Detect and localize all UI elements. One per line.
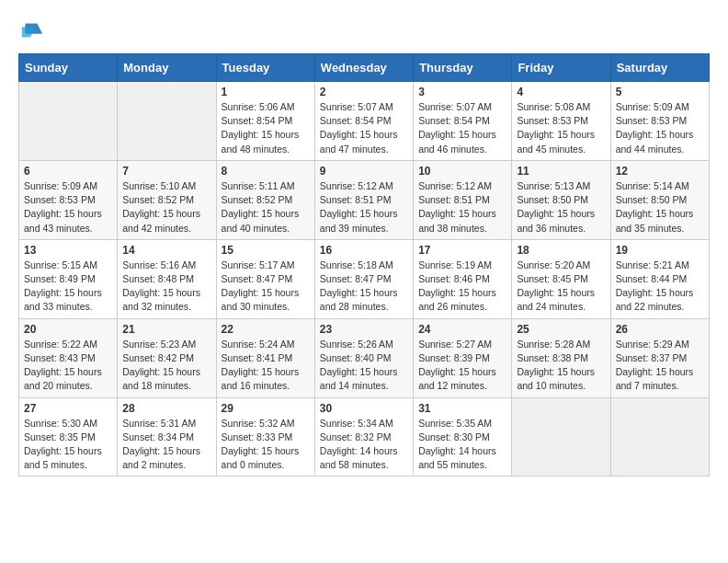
calendar-week-row: 20Sunrise: 5:22 AMSunset: 8:43 PMDayligh…: [19, 318, 710, 397]
day-number: 18: [517, 244, 605, 257]
day-number: 29: [222, 402, 310, 415]
day-number: 27: [24, 402, 112, 415]
cell-info: Sunrise: 5:18 AMSunset: 8:47 PMDaylight:…: [320, 259, 408, 315]
day-number: 28: [122, 402, 210, 415]
calendar-cell: 17Sunrise: 5:19 AMSunset: 8:46 PMDayligh…: [414, 239, 512, 318]
calendar-cell: 13Sunrise: 5:15 AMSunset: 8:49 PMDayligh…: [19, 239, 118, 318]
day-number: 16: [320, 244, 408, 257]
calendar-week-row: 1Sunrise: 5:06 AMSunset: 8:54 PMDaylight…: [19, 82, 710, 161]
header: [18, 18, 710, 44]
day-number: 9: [320, 165, 408, 178]
calendar-cell: 27Sunrise: 5:30 AMSunset: 8:35 PMDayligh…: [19, 397, 118, 477]
calendar-header-tuesday: Tuesday: [216, 54, 314, 82]
cell-info: Sunrise: 5:09 AMSunset: 8:53 PMDaylight:…: [616, 100, 704, 156]
calendar-cell: 25Sunrise: 5:28 AMSunset: 8:38 PMDayligh…: [512, 318, 610, 397]
cell-info: Sunrise: 5:07 AMSunset: 8:54 PMDaylight:…: [320, 100, 408, 156]
calendar-cell: 9Sunrise: 5:12 AMSunset: 8:51 PMDaylight…: [314, 160, 413, 239]
cell-info: Sunrise: 5:17 AMSunset: 8:47 PMDaylight:…: [222, 259, 310, 315]
cell-info: Sunrise: 5:30 AMSunset: 8:35 PMDaylight:…: [24, 417, 112, 473]
day-number: 10: [418, 165, 506, 178]
calendar-cell: 28Sunrise: 5:31 AMSunset: 8:34 PMDayligh…: [118, 397, 216, 477]
calendar-cell: 20Sunrise: 5:22 AMSunset: 8:43 PMDayligh…: [19, 318, 118, 397]
calendar-header-friday: Friday: [512, 54, 610, 82]
calendar-cell: 8Sunrise: 5:11 AMSunset: 8:52 PMDaylight…: [216, 160, 314, 239]
day-number: 4: [517, 86, 605, 98]
day-number: 12: [616, 165, 704, 178]
calendar-header-monday: Monday: [118, 54, 216, 82]
calendar-cell: 19Sunrise: 5:21 AMSunset: 8:44 PMDayligh…: [610, 239, 709, 318]
day-number: 1: [222, 86, 310, 98]
calendar-cell: [512, 397, 610, 477]
logo: [18, 18, 48, 44]
calendar-cell: 30Sunrise: 5:34 AMSunset: 8:32 PMDayligh…: [314, 397, 413, 477]
cell-info: Sunrise: 5:23 AMSunset: 8:42 PMDaylight:…: [122, 338, 210, 394]
calendar-cell: 16Sunrise: 5:18 AMSunset: 8:47 PMDayligh…: [314, 239, 413, 318]
calendar-week-row: 6Sunrise: 5:09 AMSunset: 8:53 PMDaylight…: [19, 160, 710, 239]
calendar-table: SundayMondayTuesdayWednesdayThursdayFrid…: [18, 53, 710, 477]
calendar-cell: 2Sunrise: 5:07 AMSunset: 8:54 PMDaylight…: [314, 82, 413, 161]
day-number: 8: [222, 165, 310, 178]
calendar-week-row: 13Sunrise: 5:15 AMSunset: 8:49 PMDayligh…: [19, 239, 710, 318]
calendar-cell: 31Sunrise: 5:35 AMSunset: 8:30 PMDayligh…: [414, 397, 512, 477]
day-number: 11: [517, 165, 605, 178]
cell-info: Sunrise: 5:20 AMSunset: 8:45 PMDaylight:…: [517, 259, 605, 315]
calendar-header-thursday: Thursday: [414, 54, 512, 82]
cell-info: Sunrise: 5:08 AMSunset: 8:53 PMDaylight:…: [517, 100, 605, 156]
calendar-cell: 7Sunrise: 5:10 AMSunset: 8:52 PMDaylight…: [118, 160, 216, 239]
calendar-cell: 4Sunrise: 5:08 AMSunset: 8:53 PMDaylight…: [512, 82, 610, 161]
cell-info: Sunrise: 5:22 AMSunset: 8:43 PMDaylight:…: [24, 338, 112, 394]
day-number: 2: [320, 86, 408, 98]
cell-info: Sunrise: 5:16 AMSunset: 8:48 PMDaylight:…: [122, 259, 210, 315]
cell-info: Sunrise: 5:21 AMSunset: 8:44 PMDaylight:…: [616, 259, 704, 315]
calendar-cell: 26Sunrise: 5:29 AMSunset: 8:37 PMDayligh…: [610, 318, 709, 397]
day-number: 19: [616, 244, 704, 257]
calendar-header-saturday: Saturday: [610, 54, 709, 82]
cell-info: Sunrise: 5:15 AMSunset: 8:49 PMDaylight:…: [24, 259, 112, 315]
cell-info: Sunrise: 5:35 AMSunset: 8:30 PMDaylight:…: [418, 417, 506, 473]
day-number: 14: [122, 244, 210, 257]
cell-info: Sunrise: 5:09 AMSunset: 8:53 PMDaylight:…: [24, 179, 112, 236]
cell-info: Sunrise: 5:10 AMSunset: 8:52 PMDaylight:…: [122, 179, 210, 236]
cell-info: Sunrise: 5:32 AMSunset: 8:33 PMDaylight:…: [222, 417, 310, 473]
calendar-cell: 18Sunrise: 5:20 AMSunset: 8:45 PMDayligh…: [512, 239, 610, 318]
calendar-cell: 22Sunrise: 5:24 AMSunset: 8:41 PMDayligh…: [216, 318, 314, 397]
calendar-cell: 11Sunrise: 5:13 AMSunset: 8:50 PMDayligh…: [512, 160, 610, 239]
logo-icon: [18, 18, 44, 44]
calendar-cell: 15Sunrise: 5:17 AMSunset: 8:47 PMDayligh…: [216, 239, 314, 318]
cell-info: Sunrise: 5:34 AMSunset: 8:32 PMDaylight:…: [320, 417, 408, 473]
day-number: 5: [616, 86, 704, 98]
calendar-cell: [19, 82, 118, 161]
day-number: 20: [24, 323, 112, 336]
calendar-cell: 10Sunrise: 5:12 AMSunset: 8:51 PMDayligh…: [414, 160, 512, 239]
cell-info: Sunrise: 5:24 AMSunset: 8:41 PMDaylight:…: [222, 338, 310, 394]
cell-info: Sunrise: 5:06 AMSunset: 8:54 PMDaylight:…: [222, 100, 310, 156]
calendar-cell: 29Sunrise: 5:32 AMSunset: 8:33 PMDayligh…: [216, 397, 314, 477]
day-number: 13: [24, 244, 112, 257]
calendar-cell: 12Sunrise: 5:14 AMSunset: 8:50 PMDayligh…: [610, 160, 709, 239]
cell-info: Sunrise: 5:13 AMSunset: 8:50 PMDaylight:…: [517, 179, 605, 236]
day-number: 26: [616, 323, 704, 336]
day-number: 22: [222, 323, 310, 336]
calendar-cell: 21Sunrise: 5:23 AMSunset: 8:42 PMDayligh…: [118, 318, 216, 397]
calendar-week-row: 27Sunrise: 5:30 AMSunset: 8:35 PMDayligh…: [19, 397, 710, 477]
day-number: 21: [122, 323, 210, 336]
day-number: 3: [418, 86, 506, 98]
cell-info: Sunrise: 5:12 AMSunset: 8:51 PMDaylight:…: [418, 179, 506, 236]
cell-info: Sunrise: 5:28 AMSunset: 8:38 PMDaylight:…: [517, 338, 605, 394]
day-number: 6: [24, 165, 112, 178]
calendar-cell: 1Sunrise: 5:06 AMSunset: 8:54 PMDaylight…: [216, 82, 314, 161]
day-number: 15: [222, 244, 310, 257]
day-number: 17: [418, 244, 506, 257]
day-number: 31: [418, 402, 506, 415]
cell-info: Sunrise: 5:12 AMSunset: 8:51 PMDaylight:…: [320, 179, 408, 236]
calendar-header-sunday: Sunday: [19, 54, 118, 82]
calendar-cell: [118, 82, 216, 161]
day-number: 7: [122, 165, 210, 178]
cell-info: Sunrise: 5:19 AMSunset: 8:46 PMDaylight:…: [418, 259, 506, 315]
calendar-cell: [610, 397, 709, 477]
calendar-cell: 5Sunrise: 5:09 AMSunset: 8:53 PMDaylight…: [610, 82, 709, 161]
cell-info: Sunrise: 5:31 AMSunset: 8:34 PMDaylight:…: [122, 417, 210, 473]
cell-info: Sunrise: 5:11 AMSunset: 8:52 PMDaylight:…: [222, 179, 310, 236]
calendar-cell: 24Sunrise: 5:27 AMSunset: 8:39 PMDayligh…: [414, 318, 512, 397]
day-number: 30: [320, 402, 408, 415]
